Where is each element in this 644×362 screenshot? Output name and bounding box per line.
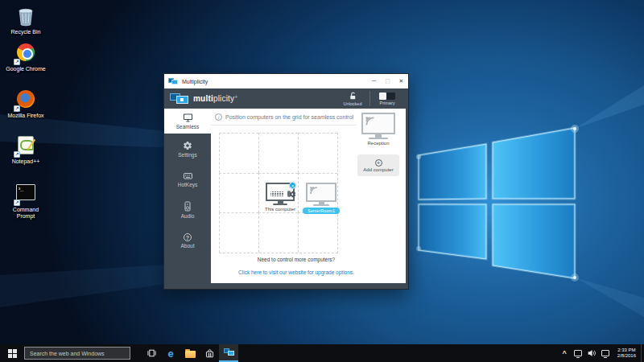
monitor-icon [183,113,193,122]
upsell-question: Need to control more computers? [211,257,382,262]
desktop-icon-label: Google Chrome [5,66,47,72]
show-desktop-button[interactable] [641,344,644,362]
sidebar: Seamless Settings HotKeys [164,109,211,283]
search-input[interactable] [24,347,130,360]
multiplicity-icon [224,348,234,356]
grid-cell[interactable] [219,133,258,173]
task-view-icon [147,348,157,358]
shortcut-arrow-icon: ↗ [14,59,20,65]
shortcut-arrow-icon: ↗ [14,105,20,112]
taskbar: e ^ [0,344,644,362]
edge-icon: e [167,348,173,359]
edge-button[interactable]: e [161,344,180,362]
minimize-button[interactable]: ─ [367,74,381,88]
unlocked-padlock-icon [349,92,357,101]
multiplicity-tray-button[interactable] [601,344,611,362]
multiplicity-logo-icon [170,93,190,105]
multiplicity-taskbar-button[interactable] [219,344,238,362]
system-tray: ^ 2:33 PM 2/8/2016 [558,344,644,362]
sidebar-item-label: Seamless [176,124,200,130]
clock-date: 2/8/2016 [617,353,636,360]
upgrade-link[interactable]: Click here to visit our website for upgr… [211,269,382,275]
desktop-icon-mozilla-firefox[interactable]: ↗ Mozilla Firefox [5,88,47,119]
volume-icon [587,348,597,358]
recycle-bin-icon [18,7,34,27]
windows-logo-icon [8,349,17,358]
desktop-icon-label: Mozilla Firefox [5,113,47,119]
desktop-icon-recycle-bin[interactable]: Recycle Bin [5,6,47,35]
grid-cell[interactable] [298,212,337,253]
window-title: Multiplicity [182,79,367,84]
desktop-icon-command-prompt[interactable]: ↗ Command Prompt [5,182,47,220]
multiplicity-tray-icon [601,350,609,356]
desktop-icon-google-chrome[interactable]: ↗ Google Chrome [5,42,47,72]
multiplicity-app-icon [168,78,178,85]
task-view-button[interactable] [142,344,161,362]
signal-icon [365,116,378,129]
start-button[interactable] [0,344,24,362]
panel-computer-reception[interactable]: Reception [357,113,399,146]
chevron-up-icon: ^ [563,349,567,357]
screen: Recycle Bin ↗ Google Chrome ↗ Mozilla Fi… [0,0,644,362]
gear-icon [289,191,296,198]
question-circle-icon: ? [184,233,192,241]
computer-settings-badge[interactable] [289,191,296,198]
shortcut-arrow-icon: ↗ [14,151,20,158]
network-status-button[interactable] [573,344,584,362]
signal-icon [309,186,320,197]
grid-cell[interactable] [219,212,258,253]
speaker-icon [184,201,192,212]
grid-cell[interactable] [219,173,258,213]
sidebar-item-settings[interactable]: Settings [164,134,211,164]
grid-cell[interactable] [258,133,298,173]
grid-cell[interactable] [258,212,298,253]
plus-circle-icon: + [375,159,382,167]
command-prompt-icon [16,184,35,200]
window-titlebar[interactable]: Multiplicity ─ ▢ ✕ [164,74,408,88]
clock-time: 2:33 PM [617,348,635,354]
desktop[interactable]: Recycle Bin ↗ Google Chrome ↗ Mozilla Fi… [0,0,644,344]
primary-toggle-group[interactable]: Primary [372,88,402,109]
taskbar-clock[interactable]: 2:33 PM 2/8/2016 [613,344,641,362]
store-icon [204,348,215,359]
close-button[interactable]: ✕ [394,74,408,88]
info-icon: i [215,113,222,121]
file-explorer-button[interactable] [180,344,200,362]
lock-status[interactable]: Unlocked [337,88,368,109]
computer-label: This computer [261,207,299,212]
desktop-icon-notepad-plus-plus[interactable]: ↗ Notepad++ [5,135,47,165]
grid-cell[interactable] [298,133,337,173]
add-computer-button[interactable]: + Add computer [357,154,399,176]
reception-monitor-icon [361,113,395,134]
sidebar-item-seamless[interactable]: Seamless [164,109,211,134]
keyboard-glyph [270,191,283,196]
store-button[interactable] [200,344,219,362]
toggle-label: Primary [380,101,395,105]
keyboard-icon [183,171,193,180]
header-divider [369,91,370,106]
network-icon [574,350,582,356]
seamless-panel: i Position computers on the grid for sea… [211,109,406,283]
lock-label: Unlocked [344,101,362,106]
sidebar-item-about[interactable]: ? About [164,225,211,256]
maximize-button: ▢ [381,74,394,88]
sidebar-item-label: Audio [181,213,195,219]
desktop-icon-label: Command Prompt [5,207,47,220]
instruction-banner: i Position computers on the grid for sea… [211,109,356,125]
gear-icon [183,141,192,150]
add-computer-label: Add computer [363,167,393,172]
remove-computer-badge[interactable]: ✕ [289,182,296,189]
banner-text: Position computers on the grid for seaml… [225,114,353,120]
shortcut-arrow-icon: ↗ [14,200,20,206]
file-explorer-icon [185,351,196,358]
notepad-plus-plus-icon [18,136,34,154]
volume-button[interactable] [587,344,597,362]
grid-computer-serverroom1[interactable]: ServerRoom1 [296,183,346,214]
primary-toggle-switch[interactable] [379,93,395,100]
sidebar-item-label: Settings [178,152,197,158]
sidebar-item-hotkeys[interactable]: HotKeys [164,164,211,195]
sidebar-item-audio[interactable]: Audio [164,195,211,225]
brand-wordmark: multiplicity+ [193,94,238,103]
app-header: multiplicity+ Unlocked Primary [164,88,408,109]
tray-overflow-button[interactable]: ^ [559,344,570,362]
